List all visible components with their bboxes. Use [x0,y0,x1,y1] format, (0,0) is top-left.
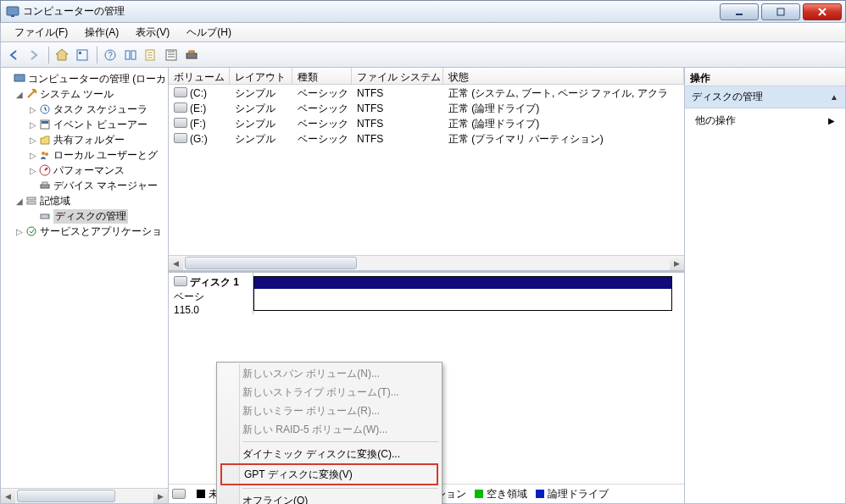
svg-rect-21 [41,185,49,188]
scroll-thumb[interactable] [185,257,357,269]
scroll-track[interactable] [183,256,670,270]
menu-new-striped-volume: 新しいストライプ ボリューム(T)... [219,383,440,402]
minimize-button[interactable] [720,3,759,20]
window-titlebar: コンピューターの管理 [0,0,846,22]
disk-info-line1: ベーシ [174,290,248,304]
disk-info-line2: 115.0 [174,304,248,314]
svg-point-18 [42,152,45,155]
disk-label-panel[interactable]: ディスク 1 ベーシ 115.0 オンラ [169,273,253,314]
svg-rect-9 [131,51,136,59]
scroll-right-button[interactable]: ▶ [670,256,684,270]
svg-rect-5 [79,52,81,54]
legend-free-swatch [475,490,483,498]
scroll-left-button[interactable]: ◀ [1,489,15,503]
menu-convert-gpt[interactable]: GPT ディスクに変換(V) [220,463,438,485]
expander-icon[interactable]: ▷ [28,105,38,114]
expander-icon[interactable]: ▷ [28,120,38,130]
col-status[interactable]: 状態 [443,68,684,85]
console-tree[interactable]: コンピューターの管理 (ローカ ◢ システム ツール ▷ タスク スケジューラ … [1,68,168,488]
shared-folders-icon [38,133,52,147]
disk-graphic-row[interactable]: ディスク 1 ベーシ 115.0 オンラ [169,270,684,314]
tree-root[interactable]: コンピューターの管理 (ローカ [1,71,168,86]
help-button[interactable]: ? [101,46,120,64]
forward-button[interactable] [25,46,43,64]
actions-header: 操作 [685,68,845,86]
expander-icon[interactable]: ◢ [14,197,25,206]
expander-icon[interactable]: ▷ [28,136,38,145]
volume-type: ベーシック [292,132,352,147]
tree-event-viewer-label: イベント ビューアー [53,118,147,132]
services-icon [25,224,38,238]
col-layout[interactable]: レイアウト [230,68,292,85]
tree-disk-management[interactable]: ディスクの管理 [1,208,168,224]
action-button-3[interactable] [182,46,201,64]
volume-hscrollbar[interactable]: ◀ ▶ [169,255,684,270]
volume-icon [174,102,187,113]
legend-logical-label: 論理ドライブ [548,487,609,501]
actions-other-operations[interactable]: 他の操作 ▶ [685,108,845,133]
menu-convert-dynamic[interactable]: ダイナミック ディスクに変換(C)... [219,445,440,463]
tree-storage[interactable]: ◢ 記憶域 [1,193,168,208]
volume-name: (E:) [190,102,206,114]
actions-section-disk-management[interactable]: ディスクの管理 ▲ [685,86,845,108]
volume-fs: NTFS [352,118,443,130]
volume-row[interactable]: (G:) シンプル ベーシック NTFS 正常 (プライマリ パーティション) [169,131,684,147]
app-icon [6,5,19,19]
back-button[interactable] [4,46,23,64]
properties-button[interactable] [73,46,92,64]
maximize-button[interactable] [761,3,800,20]
action-button-1[interactable] [142,46,160,64]
svg-rect-17 [42,121,48,124]
col-volume[interactable]: ボリューム [169,68,230,85]
disk-management-icon [38,209,52,223]
volume-fs: NTFS [352,133,443,145]
tree-task-scheduler[interactable]: ▷ タスク スケジューラ [1,102,168,117]
expander-icon[interactable]: ▷ [28,151,38,160]
volume-row[interactable]: (F:) シンプル ベーシック NTFS 正常 (論理ドライブ) [169,116,684,131]
scroll-right-button[interactable]: ▶ [153,489,168,503]
tree-hscrollbar[interactable]: ◀ ▶ [1,488,168,503]
toolbar: ? [0,42,846,68]
menu-file[interactable]: ファイル(F) [6,22,76,43]
menu-new-raid5-volume: 新しい RAID-5 ボリューム(W)... [219,420,440,439]
volume-list-header: ボリューム レイアウト 種類 ファイル システム 状態 [169,68,684,85]
expander-icon[interactable]: ◢ [14,90,25,99]
disk-name: ディスク 1 [190,276,239,288]
tree-local-users[interactable]: ▷ ローカル ユーザーとグ [1,147,168,163]
menubar: ファイル(F) 操作(A) 表示(V) ヘルプ(H) [0,22,846,42]
up-button[interactable] [53,46,71,64]
menu-view[interactable]: 表示(V) [127,22,178,43]
disk-unallocated-block[interactable] [253,276,672,311]
volume-row[interactable]: (C:) シンプル ベーシック NTFS 正常 (システム, ブート, ページ … [169,86,684,101]
volume-layout: シンプル [230,102,292,116]
disk-stripe [254,277,671,289]
volume-row[interactable]: (E:) シンプル ベーシック NTFS 正常 (論理ドライブ) [169,101,684,116]
svg-rect-4 [77,50,87,60]
scroll-thumb[interactable] [17,490,115,502]
tree-performance-label: パフォーマンス [53,163,125,178]
volume-status: 正常 (システム, ブート, ページ ファイル, アクラ [443,86,684,101]
refresh-button[interactable] [121,46,140,64]
expander-icon[interactable]: ▷ [14,227,25,236]
col-fs[interactable]: ファイル システム [352,68,443,85]
volume-layout: シンプル [230,86,292,101]
col-type[interactable]: 種類 [292,68,352,85]
tree-system-tools[interactable]: ◢ システム ツール [1,86,168,102]
tree-services-apps[interactable]: ▷ サービスとアプリケーショ [1,224,168,239]
tree-event-viewer[interactable]: ▷ イベント ビューアー [1,117,168,132]
action-button-2[interactable] [162,46,181,64]
expander-icon[interactable]: ▷ [28,166,38,175]
menu-offline[interactable]: オフライン(O) [219,491,440,504]
volume-list[interactable]: (C:) シンプル ベーシック NTFS 正常 (システム, ブート, ページ … [169,85,684,255]
tree-device-manager[interactable]: デバイス マネージャー [1,178,168,193]
tree-performance[interactable]: ▷ パフォーマンス [1,163,168,178]
menu-help[interactable]: ヘルプ(H) [178,22,240,43]
svg-point-19 [45,152,48,156]
scroll-left-button[interactable]: ◀ [169,256,183,270]
svg-point-27 [27,227,36,235]
volume-status: 正常 (論理ドライブ) [443,117,684,131]
tree-shared-folders[interactable]: ▷ 共有フォルダー [1,132,168,147]
menu-action[interactable]: 操作(A) [76,22,127,43]
close-button[interactable] [803,3,842,20]
scroll-track[interactable] [15,489,153,503]
